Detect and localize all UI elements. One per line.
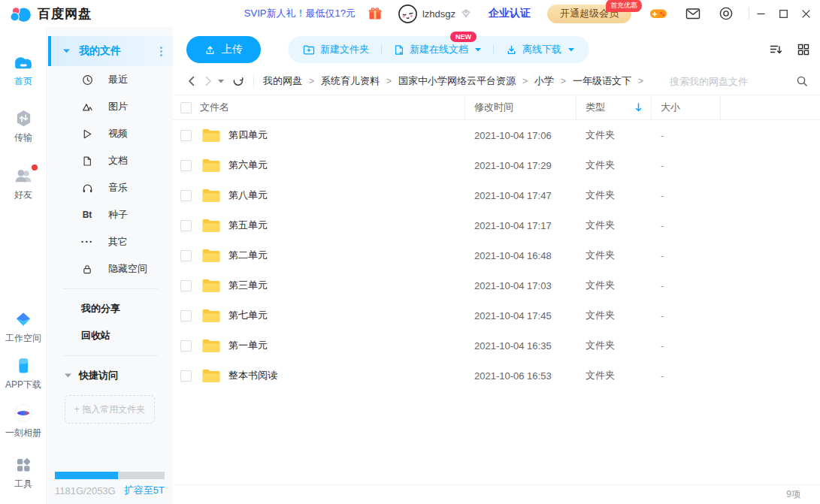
row-checkbox[interactable] [180, 250, 192, 261]
sidebar-item-torrents[interactable]: Bt 种子 [48, 201, 173, 228]
table-row[interactable]: 第二单元 2021-10-04 16:48 文件夹 - [173, 240, 820, 270]
gift-icon[interactable] [368, 6, 383, 21]
column-header-time[interactable]: 修改时间 [465, 95, 576, 119]
rail-item-moment-album[interactable]: 一刻相册 [5, 403, 41, 439]
table-row[interactable]: 第六单元 2021-10-04 17:29 文件夹 - [173, 150, 820, 180]
file-size: - [652, 330, 721, 361]
breadcrumb-separator: > [561, 76, 566, 86]
drag-folder-dropzone[interactable]: + 拖入常用文件夹 [65, 395, 155, 424]
table-row[interactable]: 整本书阅读 2021-10-06 16:53 文件夹 - [173, 361, 820, 391]
file-name[interactable]: 第六单元 [228, 158, 268, 172]
row-checkbox[interactable] [180, 370, 192, 382]
close-button[interactable] [794, 0, 817, 27]
sidebar-item-others[interactable]: ··· 其它 [48, 228, 173, 255]
upload-button[interactable]: 上传 [186, 36, 261, 63]
chevron-down-icon [568, 48, 574, 52]
rail-item-home[interactable]: 首页 [12, 54, 35, 88]
table-row[interactable]: 第七单元 2021-10-04 17:45 文件夹 - [173, 300, 820, 330]
expand-storage-link[interactable]: 扩容至5T [124, 484, 165, 497]
row-checkbox[interactable] [180, 160, 192, 171]
sidebar-item-hidden-space[interactable]: 隐藏空间 [48, 255, 173, 282]
moment-album-icon [14, 403, 33, 423]
table-row[interactable]: 第四单元 2021-10-04 17:06 文件夹 - [173, 120, 820, 150]
file-name[interactable]: 第一单元 [228, 339, 268, 352]
svip-promo-link[interactable]: SVIP新人礼！最低仅1?元 [244, 7, 356, 20]
grid-view-icon[interactable] [797, 44, 809, 56]
sort-order-icon[interactable] [770, 44, 782, 56]
file-name[interactable]: 第五单元 [228, 219, 268, 232]
file-size: - [652, 300, 721, 330]
file-name[interactable]: 第三单元 [228, 279, 268, 292]
rail-item-transfer[interactable]: 传输 [14, 109, 33, 144]
file-name[interactable]: 第四单元 [228, 128, 268, 142]
folder-icon [201, 308, 221, 324]
file-type: 文件夹 [576, 300, 652, 330]
maximize-button[interactable] [772, 0, 794, 27]
file-name[interactable]: 第七单元 [228, 309, 268, 322]
offline-download-button[interactable]: 离线下载 [506, 43, 574, 56]
user-account[interactable]: lzhdsgz [398, 4, 472, 24]
column-header-type[interactable]: 类型 [576, 95, 652, 119]
select-all-checkbox[interactable] [180, 102, 192, 113]
username[interactable]: lzhdsgz [422, 8, 455, 20]
column-header-extra [721, 95, 820, 119]
forward-button[interactable] [205, 76, 212, 86]
rail-item-tools[interactable]: 工具 [14, 456, 32, 490]
rail-item-friends[interactable]: 好友 [14, 167, 34, 201]
enterprise-cert-link[interactable]: 企业认证 [489, 7, 531, 20]
sidebar-divider [63, 355, 158, 356]
new-online-doc-button[interactable]: NEW 新建在线文档 [394, 43, 481, 56]
sidebar-item-recent[interactable]: 最近 [48, 66, 173, 93]
breadcrumb-separator: > [522, 76, 528, 86]
folder-icon [201, 188, 221, 204]
sidebar-item-quick-access[interactable]: 快捷访问 [48, 362, 173, 389]
sidebar-item-pictures[interactable]: 图片 [48, 93, 173, 120]
table-row[interactable]: 第三单元 2021-10-04 17:03 文件夹 - [173, 270, 820, 300]
settings-icon[interactable] [719, 6, 734, 21]
breadcrumb-item[interactable]: 一年级语文下 [573, 74, 631, 88]
row-checkbox[interactable] [180, 190, 192, 201]
new-folder-button[interactable]: 新建文件夹 [303, 43, 369, 56]
minimize-button[interactable] [749, 0, 772, 27]
game-center-icon[interactable] [649, 6, 667, 21]
row-checkbox[interactable] [180, 340, 192, 352]
breadcrumb-item[interactable]: 我的网盘 [263, 74, 302, 88]
breadcrumb-item[interactable]: 国家中小学网络云平台资源 [398, 74, 516, 88]
column-header-name[interactable]: 文件名 [200, 95, 465, 119]
file-name[interactable]: 第八单元 [228, 189, 268, 202]
sidebar-item-videos[interactable]: 视频 [48, 120, 173, 147]
rail-item-workspace[interactable]: 工作空间 [5, 310, 41, 345]
breadcrumb-separator: > [638, 76, 643, 86]
file-name[interactable]: 第二单元 [228, 249, 268, 262]
sidebar-item-my-share[interactable]: 我的分享 [48, 295, 173, 322]
history-dropdown-icon[interactable] [218, 80, 224, 83]
vip-diamond-icon[interactable] [460, 8, 472, 20]
messages-icon[interactable] [685, 7, 700, 20]
breadcrumb-item[interactable]: 系统育儿资料 [321, 74, 380, 88]
search-input[interactable] [670, 76, 790, 87]
folder-icon [201, 278, 221, 294]
file-name[interactable]: 整本书阅读 [228, 369, 277, 382]
row-checkbox[interactable] [180, 310, 192, 321]
table-row[interactable]: 第一单元 2021-10-04 16:35 文件夹 - [173, 330, 820, 361]
sidebar-item-music[interactable]: 音乐 [48, 174, 173, 201]
avatar[interactable] [398, 4, 418, 24]
sidebar-item-recycle-bin[interactable]: 回收站 [48, 322, 173, 349]
row-checkbox[interactable] [180, 280, 192, 291]
more-options-icon[interactable] [160, 47, 162, 56]
row-checkbox[interactable] [180, 220, 192, 231]
search-icon[interactable] [796, 75, 808, 87]
column-header-size[interactable]: 大小 [652, 95, 721, 119]
table-row[interactable]: 第八单元 2021-10-04 17:47 文件夹 - [173, 180, 820, 210]
rail-item-app-download[interactable]: APP下载 [5, 357, 41, 391]
breadcrumb-item[interactable]: 小学 [534, 74, 554, 88]
sidebar-item-documents[interactable]: 文档 [48, 147, 173, 174]
vip-button-wrap: 开通超级会员 首充优惠 [547, 5, 631, 23]
table-row[interactable]: 第五单元 2021-10-04 17:17 文件夹 - [173, 210, 820, 240]
back-button[interactable] [188, 76, 195, 86]
lock-icon [81, 264, 93, 275]
file-time: 2021-10-04 16:48 [465, 240, 576, 270]
sidebar-item-my-files[interactable]: 我的文件 [48, 36, 173, 66]
refresh-icon[interactable] [233, 76, 244, 87]
row-checkbox[interactable] [180, 130, 192, 141]
